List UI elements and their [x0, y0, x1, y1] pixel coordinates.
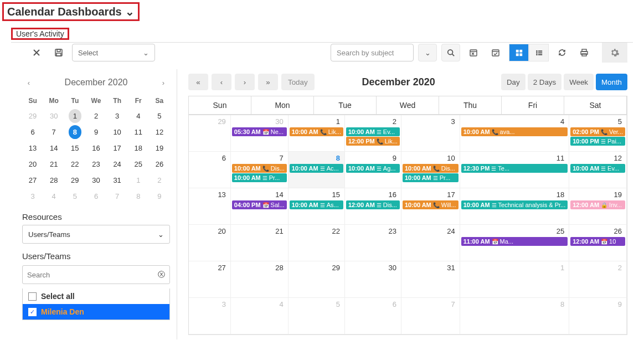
calendar-cell[interactable]: 1010:00 AM📞Dis...10:00 AM☰Pr... — [401, 152, 460, 188]
calendar-cell[interactable]: 1710:00 AM📞Will... — [401, 188, 460, 225]
calendar-cell[interactable]: 28 — [231, 261, 288, 298]
mini-day-cell[interactable]: 16 — [85, 140, 106, 156]
mini-day-cell[interactable]: 8 — [128, 188, 149, 204]
calendar-event[interactable]: 10:00 AM📞ava... — [461, 127, 568, 136]
calendar-cell[interactable]: 2 — [569, 261, 627, 298]
mini-day-cell[interactable]: 17 — [107, 140, 128, 156]
mini-day-cell[interactable]: 3 — [22, 188, 43, 204]
refresh-button[interactable] — [553, 44, 571, 61]
calendar-cell[interactable]: 24 — [401, 225, 460, 261]
calendar-event[interactable]: 12:00 AM🔒Inv... — [570, 200, 625, 209]
mini-day-cell[interactable]: 11 — [128, 124, 149, 140]
user-checkbox[interactable]: ✓ — [28, 308, 37, 316]
users-search-field[interactable] — [27, 271, 158, 279]
close-button[interactable] — [28, 44, 45, 61]
calendar-event[interactable]: 10:00 AM☰Pr... — [403, 173, 458, 182]
calendar-cell[interactable]: 8 — [460, 298, 570, 334]
calendar-cell[interactable]: 1 — [460, 261, 570, 298]
mini-day-cell[interactable]: 28 — [43, 172, 64, 188]
calendar-cell[interactable]: 6 — [345, 298, 401, 334]
view-day-button[interactable]: Day — [501, 74, 525, 90]
mini-day-cell[interactable]: 27 — [22, 172, 43, 188]
mini-day-cell[interactable]: 2 — [149, 172, 170, 188]
calendar-cell[interactable]: 7 — [401, 298, 460, 334]
view-2-days-button[interactable]: 2 Days — [528, 74, 561, 90]
calendar-event[interactable]: 10:00 AM☰Ag... — [346, 164, 400, 173]
calendar-event[interactable]: 10:00 AM☰Ac... — [290, 164, 343, 173]
calendar-event[interactable]: 04:00 PM📅Sal... — [232, 200, 287, 209]
mini-day-cell[interactable]: 30 — [85, 172, 106, 188]
mini-day-cell[interactable]: 29 — [22, 108, 43, 124]
calendar-event[interactable]: 05:30 AM📅Ne... — [232, 127, 287, 136]
save-button[interactable] — [50, 44, 68, 61]
today-button[interactable]: Today — [281, 74, 315, 90]
calendar-cell[interactable]: 3005:30 AM📅Ne... — [231, 115, 288, 152]
calendar-cell[interactable]: 5 — [288, 298, 345, 334]
mini-day-cell[interactable]: 9 — [149, 188, 170, 204]
calendar-event[interactable]: 10:00 AM☰Ev... — [346, 127, 400, 136]
calendar-cell[interactable]: 29 — [288, 261, 345, 298]
calendar-cell[interactable]: 6 — [189, 152, 231, 188]
mini-day-cell[interactable]: 18 — [128, 140, 149, 156]
calendar-cell[interactable]: 1404:00 PM📅Sal... — [231, 188, 288, 225]
calendar-event[interactable]: 11:00 AM📅Ma... — [461, 237, 568, 246]
mini-day-cell[interactable]: 19 — [149, 140, 170, 156]
search-button[interactable] — [441, 44, 460, 61]
calendar-event[interactable]: 10:00 AM☰As... — [290, 200, 343, 209]
calendar-event[interactable]: 12:00 AM📅10 — [570, 237, 625, 246]
calendar-event[interactable]: 10:00 AM📞Dis... — [403, 164, 458, 173]
mini-day-cell[interactable]: 12 — [149, 124, 170, 140]
calendar-cell[interactable]: 1612:00 AM☰Dis... — [345, 188, 401, 225]
users-search-input[interactable]: ⓧ — [22, 265, 170, 284]
calendar-cell[interactable]: 9 — [569, 298, 627, 334]
calendar-event[interactable]: 10:00 PM☰Pai... — [570, 137, 625, 146]
select-all-row[interactable]: Select all — [23, 289, 169, 304]
mini-day-cell[interactable]: 25 — [128, 156, 149, 172]
calendar-cell[interactable]: 1810:00 AM☰Technical analysis & Pr... — [460, 188, 570, 225]
calendar-cell[interactable]: 4 — [231, 298, 288, 334]
view-grid-button[interactable] — [509, 44, 529, 61]
mini-day-cell[interactable]: 15 — [64, 140, 85, 156]
mini-day-cell[interactable]: 1 — [64, 108, 85, 124]
calendar-event[interactable]: 10:00 AM📞Will... — [403, 200, 458, 209]
view-week-button[interactable]: Week — [564, 74, 594, 90]
cal-first-button[interactable]: « — [188, 74, 208, 90]
calendar-cell[interactable]: 3 — [401, 115, 460, 152]
mini-day-cell[interactable]: 31 — [107, 172, 128, 188]
calendar-cell[interactable]: 1912:00 AM🔒Inv... — [569, 188, 627, 225]
print-button[interactable] — [575, 44, 593, 61]
mini-day-cell[interactable]: 20 — [22, 156, 43, 172]
mini-day-cell[interactable]: 7 — [43, 124, 64, 140]
view-list-button[interactable] — [529, 44, 549, 61]
mini-day-cell[interactable]: 6 — [85, 188, 106, 204]
user-row[interactable]: ✓Milenia Den — [23, 304, 169, 320]
resources-dropdown[interactable]: Users/Teams ⌄ — [22, 225, 170, 244]
calendar-cell[interactable]: 29 — [189, 115, 231, 152]
calendar-cell[interactable]: 110:00 AM📞Lik... — [288, 115, 345, 152]
calendar-event[interactable]: 12:30 PM☰Te... — [461, 164, 568, 173]
cal-next-button[interactable]: › — [235, 74, 255, 90]
calendar-event[interactable]: 10:00 AM☰Pr... — [232, 173, 287, 182]
mini-day-cell[interactable]: 4 — [43, 188, 64, 204]
mini-day-cell[interactable]: 21 — [43, 156, 64, 172]
calendar-cell[interactable]: 910:00 AM☰Ag... — [345, 152, 401, 188]
calendar-cell[interactable]: 23 — [345, 225, 401, 261]
calendar-event[interactable]: 02:00 PM📞Ver... — [570, 127, 625, 136]
calendar-cell[interactable]: 30 — [345, 261, 401, 298]
calendar-cell[interactable]: 13 — [189, 188, 231, 225]
mini-prev-button[interactable]: ‹ — [22, 76, 35, 89]
search-dropdown-button[interactable]: ⌄ — [418, 44, 437, 61]
mini-day-cell[interactable]: 4 — [128, 108, 149, 124]
calendar-event[interactable]: 10:00 AM📞Dis... — [232, 164, 287, 173]
select-all-checkbox[interactable] — [28, 292, 37, 301]
mini-day-cell[interactable]: 8 — [64, 124, 85, 140]
calendar-cell[interactable]: 20 — [189, 225, 231, 261]
calendar-cell[interactable]: 22 — [288, 225, 345, 261]
calendar-cell[interactable]: 27 — [189, 261, 231, 298]
mini-day-cell[interactable]: 13 — [22, 140, 43, 156]
calendar-cell[interactable]: 31 — [401, 261, 460, 298]
mini-day-cell[interactable]: 22 — [64, 156, 85, 172]
calendar-event[interactable]: 12:00 AM☰Dis... — [346, 200, 400, 209]
view-month-button[interactable]: Month — [596, 74, 627, 90]
calendar-cell[interactable]: 2511:00 AM📅Ma... — [460, 225, 570, 261]
